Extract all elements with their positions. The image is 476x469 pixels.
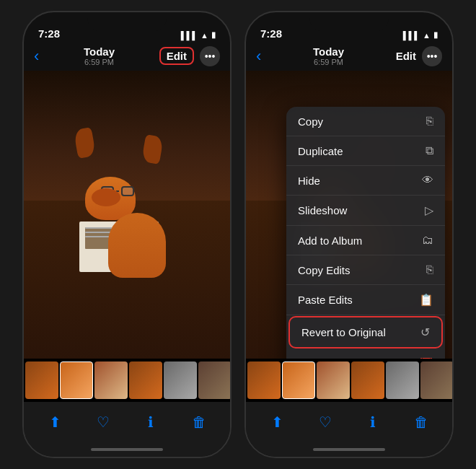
thumb-r4[interactable] [351, 361, 384, 399]
status-time-left: 7:28 [38, 27, 60, 40]
wifi-icon: ▲ [200, 31, 208, 40]
battery-icon-right: ▮ [433, 30, 438, 40]
info-icon[interactable]: ℹ [139, 411, 162, 434]
home-indicator-right [246, 442, 452, 457]
thumb-4[interactable] [129, 361, 162, 399]
menu-item-icon: ⎘ [426, 263, 433, 276]
thumb-r3[interactable] [317, 361, 350, 399]
nav-title-left: Today [84, 45, 115, 58]
menu-item-paste-edits[interactable]: Paste Edits📋 [286, 285, 445, 315]
share-icon-right[interactable]: ⬆ [265, 411, 288, 434]
signal-icon-right: ▌▌▌ [403, 31, 420, 40]
menu-item-label: Hide [298, 175, 320, 187]
nav-title-right: Today [313, 45, 344, 58]
menu-item-icon: 📋 [419, 293, 433, 307]
dog-ear-right [141, 134, 164, 165]
bottom-toolbar-right: ⬆ ♡ ℹ 🗑 [246, 402, 452, 442]
more-button-right[interactable]: ••• [422, 46, 442, 66]
thumb-5[interactable] [164, 361, 197, 399]
home-bar-right [313, 448, 385, 451]
nav-subtitle-left: 6:59 PM [84, 58, 115, 66]
dog-snout [92, 188, 120, 206]
menu-item-copy-edits[interactable]: Copy Edits⎘ [286, 255, 445, 285]
more-button-left[interactable]: ••• [200, 46, 220, 66]
menu-item-label: Adjust Date & Time [298, 358, 390, 359]
edit-button-right[interactable]: Edit [396, 50, 416, 62]
glass-lens-right [121, 186, 134, 196]
thumb-6[interactable] [198, 361, 230, 399]
context-menu: Copy⎘Duplicate⧉Hide👁Slideshow▷Add to Alb… [286, 107, 445, 359]
menu-item-icon: ▷ [425, 203, 433, 217]
menu-item-label: Copy Edits [298, 264, 351, 276]
heart-icon[interactable]: ♡ [92, 411, 115, 434]
back-button-right[interactable]: ‹ [256, 48, 261, 64]
dog-body [108, 213, 166, 278]
photo-area-left [24, 71, 230, 359]
thumb-2[interactable] [60, 361, 93, 399]
menu-item-icon: ⧉ [426, 144, 433, 157]
share-icon[interactable]: ⬆ [43, 411, 66, 434]
menu-item-icon: 🗂 [422, 234, 433, 247]
thumb-r1[interactable] [247, 361, 281, 399]
thumb-3[interactable] [94, 361, 128, 399]
menu-item-icon: ↺ [420, 325, 430, 339]
menu-item-slideshow[interactable]: Slideshow▷ [286, 196, 445, 226]
nav-subtitle-right: 6:59 PM [313, 58, 344, 66]
nav-right-right: Edit ••• [396, 46, 442, 66]
thumb-r6[interactable] [420, 361, 452, 399]
heart-icon-right[interactable]: ♡ [314, 411, 337, 434]
battery-icon: ▮ [211, 30, 216, 40]
trash-icon-right[interactable]: 🗑 [410, 411, 433, 434]
left-phone: 7:28 ▌▌▌ ▲ ▮ ‹ Today 6:59 PM Edit ••• [22, 11, 232, 458]
thumb-1[interactable] [25, 361, 58, 399]
bottom-toolbar-left: ⬆ ♡ ℹ 🗑 [24, 402, 230, 442]
menu-item-duplicate[interactable]: Duplicate⧉ [286, 136, 445, 166]
edit-button-left[interactable]: Edit [159, 47, 194, 65]
dog-ear-left [73, 127, 96, 159]
wifi-icon-right: ▲ [423, 31, 431, 40]
nav-bar-left: ‹ Today 6:59 PM Edit ••• [24, 44, 230, 71]
status-time-right: 7:28 [260, 27, 282, 40]
thumb-r5[interactable] [386, 361, 419, 399]
nav-bar-right: ‹ Today 6:59 PM Edit ••• [246, 44, 452, 71]
menu-item-label: Duplicate [298, 145, 343, 157]
menu-item-hide[interactable]: Hide👁 [286, 166, 445, 196]
menu-item-label: Slideshow [298, 204, 347, 216]
menu-item-add-to-album[interactable]: Add to Album🗂 [286, 226, 445, 255]
menu-item-revert-to-original[interactable]: Revert to Original↺ [288, 316, 443, 349]
status-icons-left: ▌▌▌ ▲ ▮ [181, 30, 216, 40]
menu-item-icon: 📅 [419, 357, 433, 359]
menu-item-copy[interactable]: Copy⎘ [286, 107, 445, 136]
menu-item-label: Revert to Original [301, 326, 386, 338]
status-icons-right: ▌▌▌ ▲ ▮ [403, 30, 438, 40]
trash-icon[interactable]: 🗑 [188, 411, 211, 434]
right-phone: 7:28 ▌▌▌ ▲ ▮ ‹ Today 6:59 PM Edit ••• [244, 11, 454, 458]
menu-item-adjust-date-&-time[interactable]: Adjust Date & Time📅 [286, 349, 445, 359]
nav-right-left: Edit ••• [159, 46, 220, 66]
notch [87, 12, 167, 31]
menu-item-label: Paste Edits [298, 294, 353, 306]
notch-right [309, 12, 389, 31]
menu-item-icon: 👁 [422, 174, 433, 187]
thumb-r2[interactable] [282, 361, 315, 399]
signal-icon: ▌▌▌ [181, 31, 198, 40]
menu-item-label: Copy [298, 115, 323, 128]
photo-area-right: Copy⎘Duplicate⧉Hide👁Slideshow▷Add to Alb… [246, 71, 452, 359]
thumbnail-strip-left [24, 359, 230, 402]
home-indicator-left [24, 442, 230, 457]
menu-item-icon: ⎘ [426, 115, 433, 128]
home-bar [91, 448, 163, 451]
thumbnail-strip-right [246, 359, 452, 402]
dog-illustration-left [24, 71, 230, 359]
nav-center-left: Today 6:59 PM [84, 45, 115, 66]
back-button-left[interactable]: ‹ [34, 48, 39, 64]
nav-center-right: Today 6:59 PM [313, 45, 344, 66]
info-icon-right[interactable]: ℹ [361, 411, 384, 434]
menu-item-label: Add to Album [298, 234, 362, 247]
